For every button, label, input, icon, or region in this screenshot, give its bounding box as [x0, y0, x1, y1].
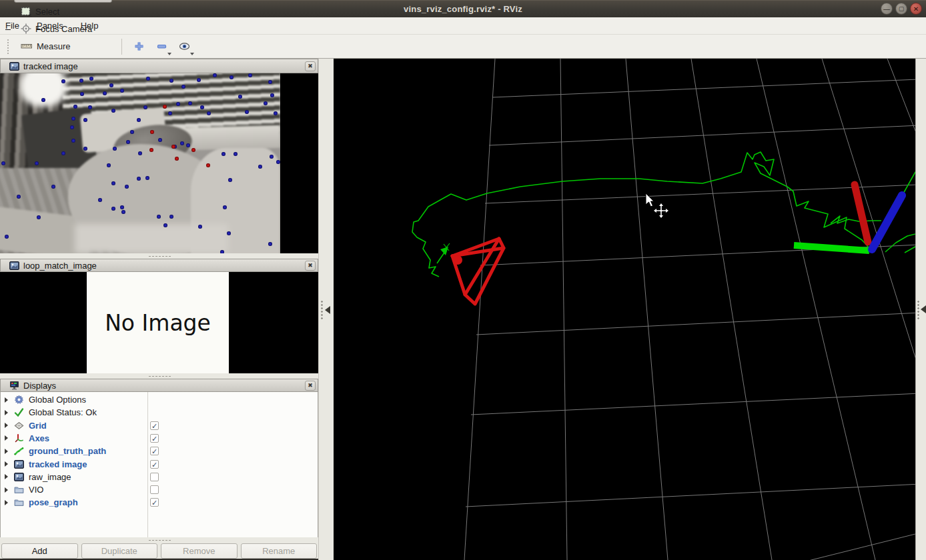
- collapse-left-arrow-icon[interactable]: [325, 306, 330, 314]
- close-button[interactable]: ✕: [910, 3, 922, 15]
- panel-resize-handle[interactable]: [0, 253, 318, 259]
- expand-arrow-icon[interactable]: [5, 410, 8, 415]
- axes-icon: [14, 433, 24, 443]
- tool-select[interactable]: Select: [14, 3, 112, 20]
- tool-label: Measure: [37, 41, 71, 51]
- enabled-checkbox[interactable]: ✓: [150, 447, 159, 455]
- no-image-text: No Image: [105, 310, 211, 336]
- display-row-label: pose_graph: [29, 497, 78, 507]
- enabled-checkbox[interactable]: ✓: [150, 498, 159, 507]
- tool-visibility-eye-button[interactable]: [175, 38, 193, 55]
- menu-bar: FilePanelsHelp: [0, 17, 926, 35]
- display-row-label: VIO: [29, 485, 43, 495]
- expand-arrow-icon[interactable]: [5, 397, 8, 403]
- expand-arrow-icon[interactable]: [5, 423, 8, 428]
- displays-row-vio[interactable]: VIO: [1, 483, 319, 496]
- displays-button-row: AddDuplicateRemoveRename: [0, 543, 318, 559]
- tool-label: Focus Camera: [35, 24, 92, 34]
- expand-arrow-icon[interactable]: [5, 461, 8, 467]
- remove-tool-minus-icon: [157, 41, 167, 51]
- path-icon: [14, 446, 24, 456]
- enabled-checkbox[interactable]: ✓: [150, 434, 159, 443]
- displays-panel-header[interactable]: Displays ✖: [0, 379, 318, 392]
- displays-row-raw-image[interactable]: raw_image: [1, 471, 319, 483]
- mouse-cursor: [646, 193, 668, 218]
- dropdown-caret-icon[interactable]: [190, 53, 194, 55]
- displays-row-ground-truth-path[interactable]: ground_truth_path✓: [1, 445, 319, 457]
- panel-resize-handle[interactable]: [0, 537, 318, 543]
- displays-row-axes[interactable]: Axes✓: [1, 432, 319, 445]
- enabled-checkbox[interactable]: [150, 473, 159, 481]
- tool-focus-camera[interactable]: Focus Camera: [14, 20, 112, 37]
- window-title: vins_rviz_config.rviz* - RViz: [0, 4, 926, 14]
- expand-arrow-icon[interactable]: [5, 435, 8, 441]
- collapse-right-arrow-icon[interactable]: [921, 305, 926, 313]
- display-row-label: ground_truth_path: [29, 446, 106, 456]
- display-row-label: Global Status: Ok: [29, 407, 97, 417]
- displays-row-grid[interactable]: Grid✓: [1, 419, 319, 432]
- tracked-image-panel-title: tracked image: [23, 61, 78, 71]
- title-bar: vins_rviz_config.rviz* - RViz —▢✕: [0, 0, 926, 17]
- window-controls: —▢✕: [881, 3, 922, 15]
- loop-match-panel-header[interactable]: loop_match_image ✖: [0, 259, 318, 272]
- measure-icon: [21, 41, 33, 51]
- add-tool-plus-button[interactable]: [130, 38, 147, 55]
- loop-match-image-view: No Image: [0, 272, 318, 373]
- add-button[interactable]: Add: [1, 543, 78, 559]
- display-row-label: Axes: [29, 433, 49, 443]
- enabled-checkbox[interactable]: ✓: [150, 460, 159, 469]
- display-row-label: raw_image: [29, 472, 71, 482]
- select-icon: [21, 6, 31, 17]
- maximize-button[interactable]: ▢: [895, 3, 907, 15]
- minimize-button[interactable]: —: [881, 3, 893, 15]
- display-row-label: tracked image: [29, 459, 87, 469]
- displays-tree: Global OptionsGlobal Status: OkGrid✓Axes…: [0, 392, 318, 537]
- displays-row-global-status-ok[interactable]: Global Status: Ok: [1, 406, 319, 419]
- remove-button[interactable]: Remove: [161, 543, 238, 559]
- tool-label: Select: [35, 7, 59, 17]
- no-image-placeholder: No Image: [87, 272, 229, 373]
- displays-row-tracked-image[interactable]: tracked image✓: [1, 458, 319, 471]
- image-icon: [9, 261, 19, 271]
- loop-match-panel-title: loop_match_image: [23, 261, 97, 271]
- add-tool-plus-icon: [134, 41, 144, 51]
- 3d-viewport[interactable]: [334, 59, 915, 560]
- loop-match-close-icon[interactable]: ✖: [305, 261, 316, 271]
- left-panel-column: tracked image ✖: [0, 59, 318, 560]
- expand-arrow-icon[interactable]: [5, 500, 8, 505]
- displays-panel-title: Displays: [23, 381, 56, 391]
- toolbar-separator: [121, 39, 122, 55]
- tracked-image-close-icon[interactable]: ✖: [305, 61, 316, 71]
- expand-arrow-icon[interactable]: [5, 449, 8, 454]
- folder-icon: [14, 497, 24, 507]
- expand-arrow-icon[interactable]: [5, 487, 8, 493]
- dropdown-caret-icon[interactable]: [167, 53, 171, 55]
- toolbar-drag-handle[interactable]: [7, 39, 10, 55]
- enabled-checkbox[interactable]: ✓: [150, 421, 159, 430]
- displays-close-icon[interactable]: ✖: [305, 381, 316, 391]
- right-splitter[interactable]: [915, 59, 926, 560]
- displays-row-pose-graph[interactable]: pose_graph✓: [1, 496, 319, 509]
- folder-icon: [14, 485, 24, 495]
- duplicate-button[interactable]: Duplicate: [81, 543, 158, 559]
- tracked-image-canvas: [0, 73, 280, 253]
- enabled-checkbox[interactable]: [150, 485, 159, 494]
- toolbar: Move CameraSelectFocus CameraMeasure2D P…: [0, 35, 926, 59]
- tool-measure[interactable]: Measure: [14, 37, 112, 55]
- rename-button[interactable]: Rename: [241, 543, 318, 559]
- tracked-image-panel-header[interactable]: tracked image ✖: [0, 59, 318, 73]
- left-splitter[interactable]: [318, 59, 334, 560]
- panel-resize-handle[interactable]: [0, 373, 318, 379]
- tool-visibility-eye-icon: [179, 41, 190, 51]
- tracked-image-view: [0, 73, 318, 253]
- check-icon: [14, 407, 24, 417]
- displays-icon: [9, 381, 19, 391]
- remove-tool-minus-button[interactable]: [153, 38, 170, 55]
- grid-icon: [14, 421, 24, 431]
- display-row-label: Global Options: [29, 395, 86, 405]
- display-row-label: Grid: [29, 421, 47, 431]
- displays-row-global-options[interactable]: Global Options: [1, 393, 319, 406]
- gear-icon: [14, 395, 24, 405]
- expand-arrow-icon[interactable]: [5, 474, 8, 479]
- image-icon: [14, 459, 24, 469]
